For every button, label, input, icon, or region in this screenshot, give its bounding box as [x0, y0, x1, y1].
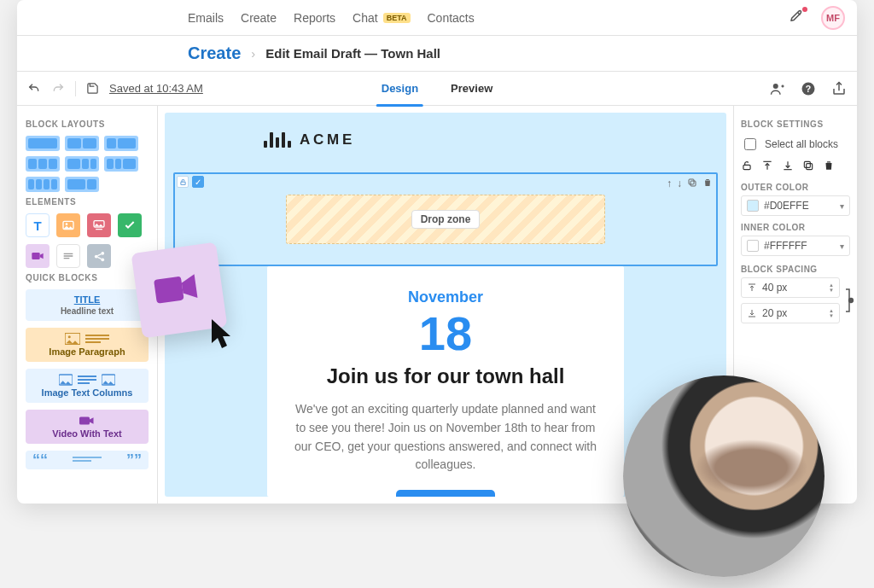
element-image[interactable]	[56, 213, 80, 237]
event-month: November	[293, 288, 598, 306]
breadcrumb: Create › Edit Email Draft — Town Hall	[17, 36, 857, 72]
breadcrumb-sub: Edit Email Draft — Town Hall	[265, 46, 440, 61]
move-down-icon[interactable]: ↓	[677, 178, 682, 190]
lock-icon[interactable]	[177, 176, 189, 188]
brand-logo: ACME	[264, 131, 355, 148]
chevron-down-icon: ▾	[840, 242, 844, 251]
layout-option[interactable]	[104, 136, 138, 151]
left-sidebar: BLOCK LAYOUTS ELEMENTS T	[17, 106, 158, 504]
svg-rect-21	[804, 161, 810, 167]
chevron-down-icon: ▾	[840, 201, 844, 211]
toolbar: Saved at 10:43 AM Design Preview ?	[17, 72, 857, 106]
quick-block-image-paragraph[interactable]: Image Paragraph	[26, 328, 149, 362]
svg-rect-6	[96, 229, 102, 230]
share-icon[interactable]	[831, 81, 847, 96]
quick-block-image-text-cols[interactable]: Image Text Columns	[26, 369, 149, 403]
svg-rect-16	[180, 182, 184, 184]
layout-option[interactable]	[65, 156, 99, 172]
help-icon[interactable]: ?	[801, 81, 816, 96]
elements-title: ELEMENTS	[26, 197, 149, 207]
beta-badge: BETA	[383, 13, 411, 23]
quick-block-quote[interactable]: ““ ””	[26, 451, 149, 469]
copy-icon[interactable]	[802, 160, 814, 174]
layout-option[interactable]	[65, 136, 99, 151]
svg-point-22	[849, 299, 854, 303]
svg-rect-7	[32, 253, 39, 259]
element-divider[interactable]	[56, 244, 80, 268]
checked-icon[interactable]: ✓	[192, 176, 204, 188]
email-body-block[interactable]: November 18 Join us for our town hall We…	[267, 266, 624, 497]
svg-text:?: ?	[806, 83, 811, 93]
svg-point-0	[773, 84, 778, 89]
move-up-icon[interactable]: ↑	[667, 178, 672, 190]
svg-point-4	[66, 223, 68, 225]
unlock-icon[interactable]	[741, 160, 753, 174]
svg-rect-19	[743, 165, 750, 169]
profile-photo	[623, 376, 824, 577]
layout-option[interactable]	[26, 156, 60, 172]
save-icon[interactable]	[86, 82, 99, 95]
body-text: We've got an exciting quarterly update p…	[293, 400, 598, 474]
layout-option[interactable]	[26, 177, 60, 192]
tab-design[interactable]: Design	[380, 75, 420, 102]
svg-rect-20	[807, 164, 813, 170]
svg-rect-18	[689, 179, 694, 184]
element-share[interactable]	[87, 244, 111, 268]
quick-block-headline[interactable]: TITLE Headline text	[26, 289, 149, 321]
event-day: 18	[293, 306, 598, 361]
svg-rect-15	[79, 417, 90, 425]
layout-option[interactable]	[26, 136, 60, 151]
layouts-title: BLOCK LAYOUTS	[26, 119, 149, 129]
add-user-icon[interactable]	[770, 81, 785, 96]
undo-icon[interactable]	[27, 82, 41, 96]
duplicate-icon[interactable]	[687, 178, 697, 190]
element-captioned-image[interactable]	[87, 213, 111, 237]
svg-point-8	[94, 254, 97, 258]
svg-rect-17	[690, 181, 696, 186]
cta-button[interactable]: RSVP Here	[396, 490, 496, 497]
settings-title: BLOCK SETTINGS	[741, 119, 850, 129]
cursor-icon	[210, 317, 237, 353]
breadcrumb-main[interactable]: Create	[188, 44, 241, 63]
redo-icon[interactable]	[51, 82, 65, 96]
element-video[interactable]	[26, 244, 50, 268]
svg-point-10	[101, 258, 104, 261]
spacing-top-field[interactable]: 40 px ▲▼	[741, 277, 840, 298]
outer-color-field[interactable]: #D0EFFE ▾	[741, 195, 850, 216]
select-all-checkbox[interactable]: Select all blocks	[741, 136, 850, 153]
nav-reports[interactable]: Reports	[294, 11, 335, 25]
element-check[interactable]	[118, 213, 142, 237]
align-top-icon[interactable]	[761, 160, 773, 174]
nav-chat[interactable]: Chat BETA	[353, 11, 410, 25]
link-spacing-icon[interactable]	[842, 284, 856, 317]
svg-point-12	[68, 335, 71, 338]
trash-icon[interactable]	[823, 160, 835, 174]
delete-icon[interactable]	[702, 178, 713, 190]
layout-option[interactable]	[65, 177, 99, 192]
dropzone-label: Drop zone	[411, 210, 481, 229]
download-icon[interactable]	[782, 160, 794, 174]
spacing-bottom-field[interactable]: 20 px ▲▼	[741, 303, 840, 323]
headline: Join us for our town hall	[293, 364, 598, 388]
svg-point-9	[101, 251, 104, 254]
element-text[interactable]: T	[26, 213, 50, 237]
selected-block[interactable]: ✓ ↑ ↓ Drop z	[173, 172, 718, 266]
inner-color-field[interactable]: #FFFFFF ▾	[741, 236, 850, 256]
nav-emails[interactable]: Emails	[188, 11, 224, 25]
drop-zone[interactable]: Drop zone	[286, 195, 605, 244]
nav-contacts[interactable]: Contacts	[428, 11, 475, 25]
quick-title: QUICK BLOCKS	[26, 273, 149, 282]
tab-preview[interactable]: Preview	[449, 75, 494, 102]
nav-create[interactable]: Create	[241, 11, 277, 25]
inner-color-label: INNER COLOR	[741, 223, 850, 232]
chevron-right-icon: ›	[251, 46, 255, 61]
avatar[interactable]: MF	[821, 6, 845, 30]
outer-color-label: OUTER COLOR	[741, 183, 850, 192]
top-nav: Emails Create Reports Chat BETA Contacts…	[17, 0, 857, 36]
saved-status[interactable]: Saved at 10:43 AM	[109, 82, 203, 95]
spacing-label: BLOCK SPACING	[741, 265, 850, 274]
layout-option[interactable]	[104, 156, 138, 172]
rocket-icon[interactable]	[789, 9, 804, 26]
svg-rect-23	[154, 277, 184, 304]
quick-block-video-text[interactable]: Video With Text	[26, 410, 149, 444]
